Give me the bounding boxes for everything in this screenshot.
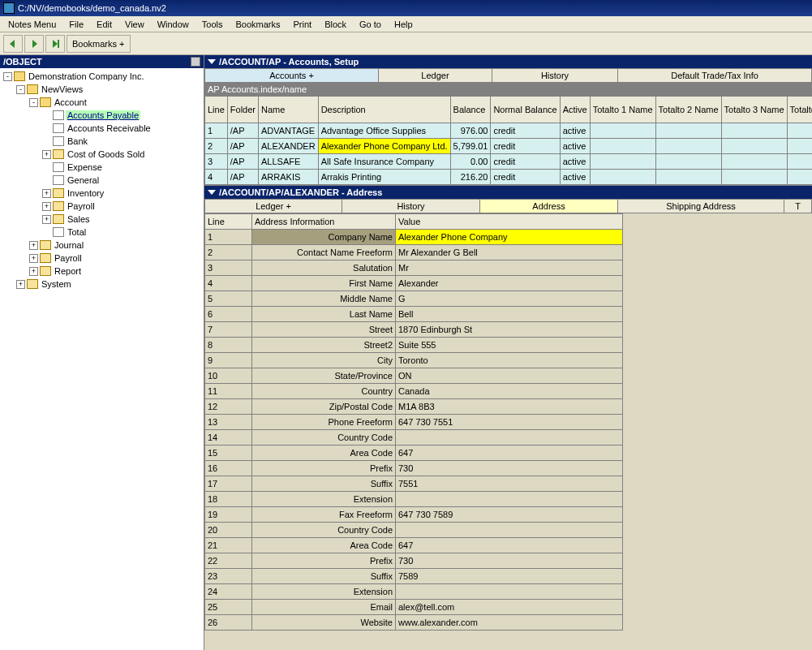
- tree-toggle[interactable]: +: [29, 241, 38, 250]
- tree-item[interactable]: Accounts Payable: [0, 109, 204, 122]
- col-header[interactable]: Normal Balance: [491, 97, 560, 123]
- cell[interactable]: [655, 154, 721, 170]
- row-number[interactable]: 1: [205, 230, 252, 245]
- cell[interactable]: credit: [491, 170, 560, 185]
- tree-item[interactable]: -NewViews: [0, 83, 204, 96]
- cell[interactable]: [590, 139, 655, 154]
- cell[interactable]: 976.00: [450, 123, 491, 139]
- col-header[interactable]: Folder: [227, 97, 258, 123]
- cell[interactable]: [721, 154, 787, 170]
- field-value[interactable]: [396, 523, 623, 538]
- address-grid[interactable]: LineAddress InformationValue1Company Nam…: [204, 213, 812, 650]
- field-value[interactable]: [396, 430, 623, 446]
- menu-go-to[interactable]: Go to: [353, 18, 388, 31]
- row-number[interactable]: 5: [205, 291, 252, 307]
- cell[interactable]: [787, 170, 812, 185]
- col-header[interactable]: Active: [560, 97, 590, 123]
- bookmarks-button[interactable]: Bookmarks +: [67, 35, 131, 53]
- tree-item[interactable]: Bank: [0, 135, 204, 148]
- row-number[interactable]: 24: [205, 584, 252, 600]
- field-value[interactable]: G: [396, 291, 623, 307]
- col-header[interactable]: Balance: [450, 97, 491, 123]
- col-header[interactable]: Name: [258, 97, 318, 123]
- field-value[interactable]: Canada: [396, 384, 623, 399]
- menu-help[interactable]: Help: [388, 18, 419, 31]
- cell[interactable]: 0.00: [450, 154, 491, 170]
- row-number[interactable]: 4: [205, 276, 252, 291]
- field-value[interactable]: 647: [396, 538, 623, 553]
- cell[interactable]: [787, 123, 812, 139]
- cell[interactable]: credit: [491, 154, 560, 170]
- menu-tools[interactable]: Tools: [195, 18, 230, 31]
- tree-item[interactable]: -Demonstration Company Inc.: [0, 70, 204, 83]
- field-value[interactable]: ON: [396, 368, 623, 384]
- row-number[interactable]: 18: [205, 492, 252, 507]
- cell[interactable]: [721, 123, 787, 139]
- tree-item[interactable]: Expense: [0, 161, 204, 174]
- field-value[interactable]: 647: [396, 446, 623, 461]
- cell[interactable]: active: [560, 154, 590, 170]
- field-value[interactable]: Alexander Phone Company: [396, 230, 623, 245]
- field-value[interactable]: Toronto: [396, 353, 623, 368]
- field-value[interactable]: 7589: [396, 569, 623, 584]
- menu-notes-menu[interactable]: Notes Menu: [2, 18, 62, 31]
- col-header[interactable]: Address Information: [252, 214, 396, 230]
- row-number[interactable]: 15: [205, 446, 252, 461]
- tree-item[interactable]: -Account: [0, 96, 204, 109]
- tree-toggle[interactable]: +: [29, 267, 38, 276]
- row-number[interactable]: 21: [205, 538, 252, 553]
- row-number[interactable]: 25: [205, 600, 252, 615]
- col-header[interactable]: Totalto 3 Name: [721, 97, 787, 123]
- row-number[interactable]: 14: [205, 430, 252, 446]
- field-value[interactable]: Mr Alexander G Bell: [396, 245, 623, 260]
- cell[interactable]: [590, 154, 655, 170]
- tree-toggle[interactable]: +: [29, 254, 38, 263]
- tab-history[interactable]: History: [342, 199, 480, 213]
- dropdown-icon[interactable]: [208, 59, 216, 64]
- cell[interactable]: [787, 154, 812, 170]
- field-value[interactable]: M1A 8B3: [396, 399, 623, 415]
- cell[interactable]: [721, 139, 787, 154]
- cell[interactable]: [721, 170, 787, 185]
- cell[interactable]: [590, 170, 655, 185]
- field-value[interactable]: 730: [396, 553, 623, 569]
- tab-default-trade-tax-info[interactable]: Default Trade/Tax Info: [618, 68, 812, 83]
- col-header[interactable]: Line: [205, 214, 252, 230]
- nav-back-button[interactable]: [3, 35, 23, 53]
- dropdown-icon[interactable]: [208, 190, 216, 195]
- menu-view[interactable]: View: [118, 18, 151, 31]
- cell[interactable]: credit: [491, 123, 560, 139]
- tree-toggle[interactable]: +: [16, 280, 25, 289]
- tree-item[interactable]: +Payroll: [0, 252, 204, 265]
- tree-item[interactable]: +System: [0, 278, 204, 291]
- row-number[interactable]: 2: [205, 245, 252, 260]
- col-header[interactable]: Line: [205, 97, 228, 123]
- col-header[interactable]: Value: [396, 214, 623, 230]
- cell[interactable]: [655, 123, 721, 139]
- field-value[interactable]: Alexander: [396, 276, 623, 291]
- cell[interactable]: active: [560, 170, 590, 185]
- cell[interactable]: active: [560, 123, 590, 139]
- field-value[interactable]: [396, 584, 623, 600]
- menu-window[interactable]: Window: [151, 18, 195, 31]
- field-value[interactable]: Suite 555: [396, 338, 623, 353]
- tree-toggle[interactable]: +: [42, 150, 51, 159]
- cell[interactable]: active: [560, 139, 590, 154]
- cell[interactable]: /AP: [227, 139, 258, 154]
- tree-toggle[interactable]: -: [3, 72, 12, 81]
- field-value[interactable]: Mr: [396, 260, 623, 276]
- row-number[interactable]: 11: [205, 384, 252, 399]
- nav-end-button[interactable]: [45, 35, 65, 53]
- tree-item[interactable]: +Payroll: [0, 200, 204, 213]
- cell[interactable]: 4: [205, 170, 228, 185]
- tree-toggle[interactable]: -: [16, 85, 25, 94]
- cell[interactable]: ADVANTAGE: [258, 123, 318, 139]
- field-value[interactable]: 647 730 7589: [396, 507, 623, 523]
- menu-edit[interactable]: Edit: [90, 18, 118, 31]
- field-value[interactable]: 1870 Edinburgh St: [396, 322, 623, 338]
- field-value[interactable]: 7551: [396, 476, 623, 492]
- tree-item[interactable]: +Sales: [0, 213, 204, 226]
- row-number[interactable]: 17: [205, 476, 252, 492]
- tab-address[interactable]: Address: [480, 199, 618, 213]
- field-value[interactable]: 647 730 7551: [396, 415, 623, 430]
